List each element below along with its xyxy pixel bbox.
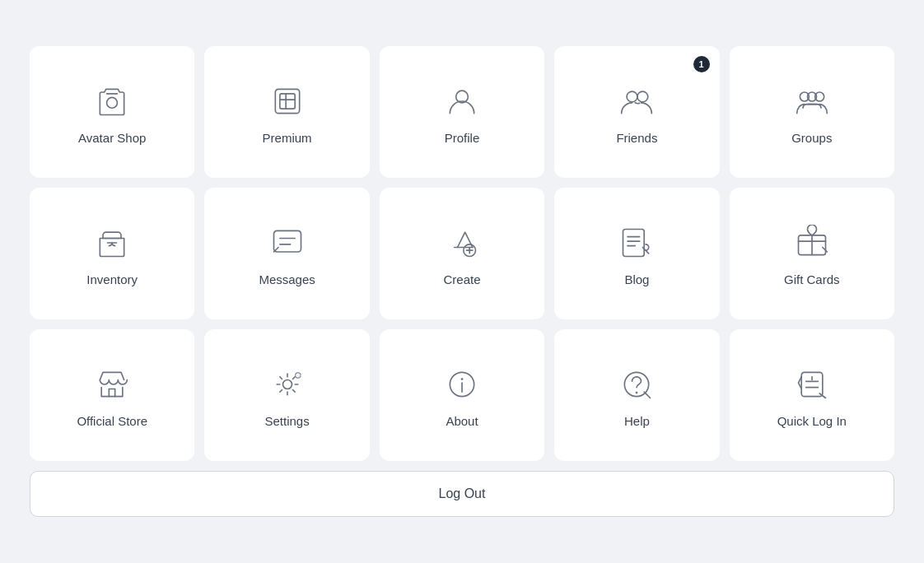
card-inventory[interactable]: Inventory: [30, 188, 194, 319]
card-avatar-shop[interactable]: Avatar Shop: [30, 46, 194, 178]
groups-label: Groups: [791, 131, 832, 145]
card-about[interactable]: About: [380, 329, 544, 461]
premium-icon: [269, 83, 306, 119]
gift-cards-label: Gift Cards: [784, 272, 840, 286]
card-profile[interactable]: Profile: [380, 46, 544, 178]
svg-rect-11: [623, 229, 645, 256]
svg-point-5: [637, 91, 648, 102]
logout-button[interactable]: Log Out: [30, 471, 894, 517]
card-create[interactable]: Create: [380, 188, 544, 319]
about-icon: [444, 366, 480, 402]
logout-container: Log Out: [30, 471, 894, 517]
inventory-label: Inventory: [86, 272, 138, 286]
svg-rect-1: [275, 89, 299, 113]
blog-label: Blog: [624, 272, 649, 286]
profile-label: Profile: [445, 131, 480, 145]
friends-label: Friends: [616, 131, 657, 145]
card-official-store[interactable]: Official Store: [30, 329, 194, 461]
svg-point-17: [461, 378, 464, 380]
friends-icon: [618, 83, 655, 119]
create-icon: [444, 225, 480, 261]
menu-grid: Avatar ShopPremiumProfile1FriendsGroupsI…: [30, 46, 894, 461]
svg-rect-2: [279, 93, 294, 108]
settings-icon: [269, 366, 306, 402]
card-quick-log-in[interactable]: Quick Log In: [730, 329, 894, 461]
card-premium[interactable]: Premium: [204, 46, 369, 178]
about-label: About: [446, 414, 478, 428]
card-gift-cards[interactable]: Gift Cards: [730, 188, 894, 319]
card-friends[interactable]: 1Friends: [554, 46, 719, 178]
premium-label: Premium: [263, 131, 312, 145]
card-settings[interactable]: Settings: [204, 329, 369, 461]
card-groups[interactable]: Groups: [730, 46, 894, 178]
badge-friends: 1: [693, 56, 710, 72]
svg-point-13: [282, 379, 292, 389]
quick-log-in-label: Quick Log In: [777, 414, 847, 428]
messages-label: Messages: [259, 272, 315, 286]
profile-icon: [444, 83, 480, 119]
help-label: Help: [624, 414, 650, 428]
quick-log-in-icon: [794, 366, 830, 402]
create-label: Create: [443, 272, 480, 286]
blog-icon: [618, 225, 655, 261]
svg-point-19: [636, 391, 638, 393]
help-icon: [618, 366, 655, 402]
svg-point-4: [627, 91, 637, 102]
avatar-shop-label: Avatar Shop: [78, 131, 146, 145]
avatar-shop-icon: [94, 83, 130, 119]
card-messages[interactable]: Messages: [204, 188, 369, 319]
svg-point-15: [296, 373, 301, 378]
svg-point-0: [107, 97, 118, 108]
messages-icon: [269, 225, 306, 261]
card-blog[interactable]: Blog: [554, 188, 719, 319]
inventory-icon: [94, 225, 130, 261]
official-store-label: Official Store: [77, 414, 147, 428]
gift-cards-icon: [794, 225, 830, 261]
official-store-icon: [94, 366, 130, 402]
card-help[interactable]: Help: [554, 329, 719, 461]
settings-label: Settings: [264, 414, 309, 428]
groups-icon: [794, 83, 830, 119]
